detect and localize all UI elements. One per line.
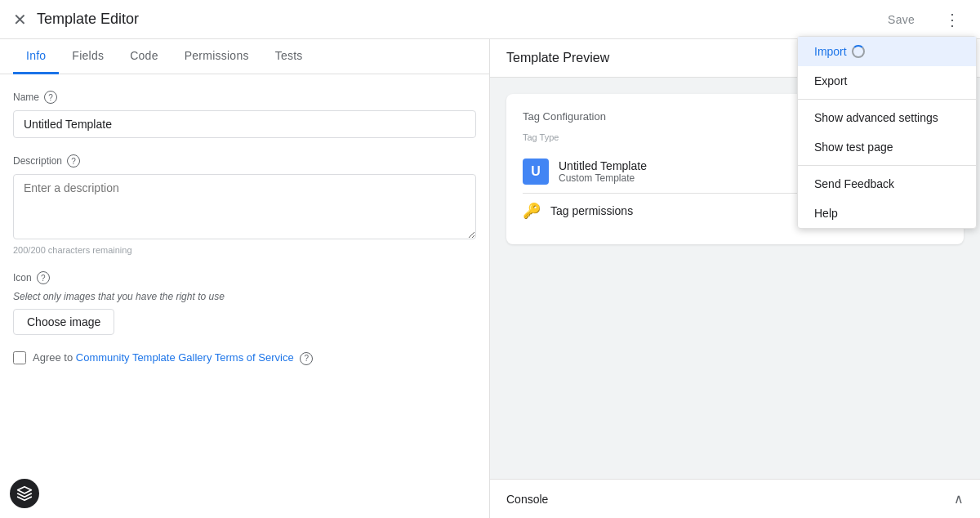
tag-icon: U bbox=[523, 159, 549, 185]
name-field-group: Name ? bbox=[13, 91, 476, 138]
terms-link[interactable]: Community Template Gallery Terms of Serv… bbox=[76, 351, 294, 364]
close-icon[interactable]: ✕ bbox=[13, 10, 27, 29]
save-button[interactable]: Save bbox=[875, 7, 928, 33]
form-content: Name ? Description ? 200/200 characters … bbox=[0, 74, 489, 518]
preview-title: Template Preview bbox=[506, 51, 609, 65]
tag-type: Custom Template bbox=[559, 172, 647, 184]
dropdown-item-help[interactable]: Help bbox=[798, 199, 976, 228]
icon-hint-text: Select only images that you have the rig… bbox=[13, 291, 476, 302]
tabs-bar: Info Fields Code Permissions Tests bbox=[0, 39, 489, 74]
tab-code[interactable]: Code bbox=[117, 39, 171, 74]
bottom-left-icon[interactable] bbox=[10, 479, 39, 508]
left-panel: Info Fields Code Permissions Tests Name … bbox=[0, 39, 490, 518]
page-title: Template Editor bbox=[37, 11, 865, 28]
tag-info: Untitled Template Custom Template bbox=[559, 159, 647, 184]
tag-manager-icon bbox=[16, 485, 33, 502]
dropdown-divider-1 bbox=[798, 99, 976, 100]
top-bar: ✕ Template Editor Save ⋮ bbox=[0, 0, 980, 39]
name-input[interactable] bbox=[13, 110, 476, 138]
agree-row: Agree to Community Template Gallery Term… bbox=[13, 351, 476, 365]
tag-name: Untitled Template bbox=[559, 159, 647, 172]
description-field-group: Description ? 200/200 characters remaini… bbox=[13, 154, 476, 255]
description-input[interactable] bbox=[13, 174, 476, 239]
dropdown-divider-2 bbox=[798, 165, 976, 166]
icon-label: Icon ? bbox=[13, 271, 476, 284]
name-label: Name ? bbox=[13, 91, 476, 104]
agree-checkbox[interactable] bbox=[13, 351, 26, 364]
icon-help-icon[interactable]: ? bbox=[37, 271, 50, 284]
tab-fields[interactable]: Fields bbox=[59, 39, 117, 74]
tag-permissions-label: Tag permissions bbox=[550, 204, 633, 217]
chevron-up-icon: ∧ bbox=[954, 491, 964, 507]
dropdown-item-test-page[interactable]: Show test page bbox=[798, 132, 976, 162]
dropdown-menu: Import Export Show advanced settings Sho… bbox=[797, 36, 977, 229]
description-help-icon[interactable]: ? bbox=[67, 154, 80, 167]
terms-help-icon[interactable]: ? bbox=[300, 352, 313, 365]
char-count: 200/200 characters remaining bbox=[13, 245, 476, 255]
dropdown-item-export[interactable]: Export bbox=[798, 66, 976, 96]
import-spinner bbox=[852, 45, 865, 58]
console-bar[interactable]: Console ∧ bbox=[490, 479, 980, 518]
more-options-icon[interactable]: ⋮ bbox=[938, 3, 967, 36]
dropdown-item-advanced-settings[interactable]: Show advanced settings bbox=[798, 103, 976, 132]
choose-image-button[interactable]: Choose image bbox=[13, 309, 114, 335]
key-icon: 🔑 bbox=[523, 202, 541, 220]
dropdown-item-import[interactable]: Import bbox=[798, 37, 976, 66]
tab-permissions[interactable]: Permissions bbox=[172, 39, 262, 74]
agree-text: Agree to Community Template Gallery Term… bbox=[33, 351, 313, 365]
dropdown-item-send-feedback[interactable]: Send Feedback bbox=[798, 169, 976, 199]
tab-info[interactable]: Info bbox=[13, 39, 59, 74]
console-label: Console bbox=[506, 493, 548, 506]
name-help-icon[interactable]: ? bbox=[44, 91, 57, 104]
description-label: Description ? bbox=[13, 154, 476, 167]
icon-field-group: Icon ? Select only images that you have … bbox=[13, 271, 476, 335]
tab-tests[interactable]: Tests bbox=[262, 39, 316, 74]
